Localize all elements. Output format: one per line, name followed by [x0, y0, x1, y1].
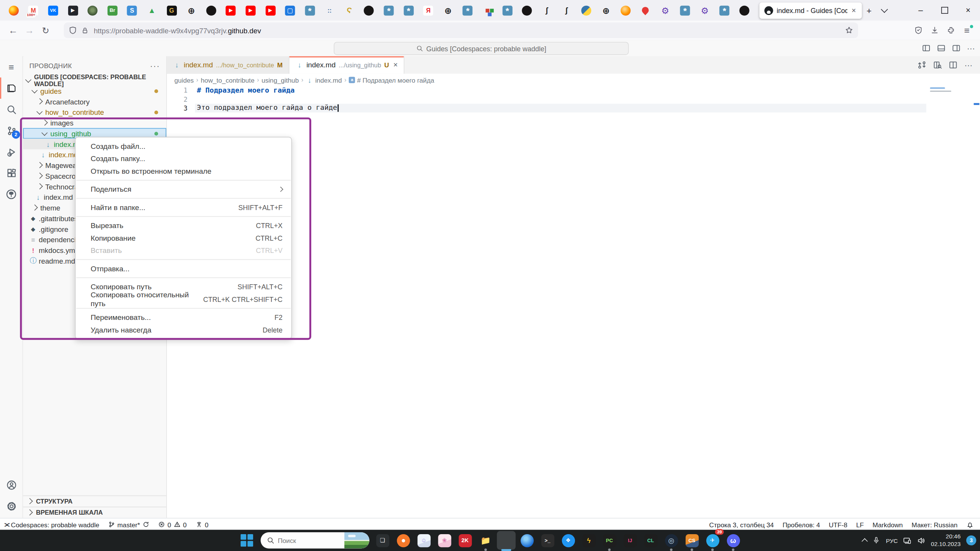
outline-section[interactable]: СТРУКТУРА: [23, 496, 166, 507]
start-button[interactable]: [237, 531, 256, 550]
pinned-tab-globe[interactable]: ⊕: [439, 2, 456, 19]
lock-icon[interactable]: [81, 26, 89, 34]
pinned-tab-github[interactable]: [519, 2, 536, 19]
toggle-sidebar-icon[interactable]: [922, 44, 931, 52]
account-icon[interactable]: [0, 474, 23, 496]
explorer-icon[interactable]: [0, 77, 23, 99]
workspace-root-row[interactable]: GUIDES [CODESPACES: PROBABLE WADDLE]: [23, 75, 166, 86]
back-button[interactable]: ←: [5, 23, 21, 38]
tracking-shield-icon[interactable]: [69, 26, 77, 34]
editor-tab-how_to_contribute[interactable]: ↓ index.md .../how_to_contribute M: [167, 56, 289, 74]
pinned-tab-dotted-wave[interactable]: ::: [321, 2, 338, 19]
speaker-icon[interactable]: [917, 536, 925, 544]
pinned-tab-github[interactable]: [361, 2, 377, 19]
pinned-tab-color-cubes[interactable]: [479, 2, 496, 19]
taskbar-app-blue-chair-app[interactable]: ❖: [559, 531, 578, 550]
tab-list-button[interactable]: [877, 3, 892, 18]
notification-count-badge[interactable]: 3: [966, 535, 976, 545]
active-browser-tab[interactable]: index.md - Guides [Codespac ×: [759, 2, 862, 18]
extensions-icon[interactable]: [0, 162, 23, 184]
menu-item[interactable]: Скопировать относительный путь CTRL+K CT…: [76, 293, 291, 306]
menu-item[interactable]: Копирование CTRL+C: [76, 232, 291, 245]
breadcrumb-item[interactable]: using_github: [261, 76, 299, 83]
breadcrumb-item[interactable]: guides: [175, 76, 194, 83]
minimize-button[interactable]: –: [909, 0, 933, 21]
pinned-tab-spark[interactable]: *: [499, 2, 516, 19]
minimap[interactable]: [928, 86, 961, 518]
notifications-bell-icon[interactable]: [962, 518, 980, 530]
app-menu-icon[interactable]: ≡: [959, 23, 975, 38]
pinned-tab-globe[interactable]: ⊕: [598, 2, 614, 19]
taskbar-app-discord[interactable]: ω: [724, 531, 743, 550]
close-window-button[interactable]: ×: [956, 0, 980, 21]
open-changes-icon[interactable]: [918, 60, 926, 69]
bookmark-star-icon[interactable]: [845, 26, 853, 34]
pinned-tab-gold-hook[interactable]: Ϛ: [341, 2, 358, 19]
run-debug-icon[interactable]: [0, 141, 23, 163]
settings-gear-icon[interactable]: [0, 496, 23, 517]
source-control-icon[interactable]: 2: [0, 120, 23, 141]
new-tab-button[interactable]: +: [862, 3, 877, 18]
menu-item[interactable]: Переименовать... F2: [76, 311, 291, 324]
pinned-tab-vk[interactable]: VK: [45, 2, 62, 19]
pinned-tab-quill[interactable]: ʃ: [558, 2, 575, 19]
menu-item[interactable]: Создать папку...: [76, 152, 291, 165]
sync-icon[interactable]: [142, 521, 149, 528]
pinned-tab-video-player[interactable]: ▶: [64, 2, 81, 19]
pinned-tab-sber[interactable]: S: [124, 2, 140, 19]
pinned-tab-messages[interactable]: ▢: [282, 2, 299, 19]
pinned-tab-purple-gear[interactable]: ⚙: [696, 2, 713, 19]
status-item[interactable]: LF: [852, 521, 868, 528]
pinned-tab-firefox[interactable]: [5, 2, 22, 19]
taskbar-app-game-genshin[interactable]: ☺: [414, 531, 433, 550]
ports-indicator[interactable]: 0: [191, 518, 213, 530]
toggle-secondary-sidebar-icon[interactable]: [952, 44, 961, 52]
git-branch-indicator[interactable]: master*: [104, 518, 154, 530]
remote-indicator[interactable]: >< Codespaces: probable waddle: [0, 518, 104, 530]
pinned-tab-g-black[interactable]: G: [163, 2, 180, 19]
pinned-tab-spark[interactable]: *: [381, 2, 397, 19]
taskbar-app-terminal[interactable]: >_: [538, 531, 557, 550]
status-item[interactable]: Пробелов: 4: [778, 521, 825, 528]
taskbar-app-firefox-beta[interactable]: [518, 531, 536, 550]
menu-hamburger-icon[interactable]: ≡: [0, 56, 23, 78]
breadcrumb-item[interactable]: ↓index.md: [306, 76, 342, 83]
pinned-tab-brackets[interactable]: Br: [104, 2, 121, 19]
restore-button[interactable]: [933, 0, 956, 21]
reload-button[interactable]: ↻: [38, 23, 54, 38]
pinned-tab-purple-gear[interactable]: ⚙: [657, 2, 674, 19]
pinned-tab-youtube[interactable]: ▶: [262, 2, 279, 19]
url-bar[interactable]: https://probable-waddle-w9x4vpg77vq3rjv.…: [64, 23, 858, 38]
clock[interactable]: 20:46 02.10.2023: [931, 533, 961, 548]
pinned-tab-green-emblem[interactable]: [84, 2, 101, 19]
command-center[interactable]: Guides [Codespaces: probable waddle]: [334, 42, 629, 55]
downloads-icon[interactable]: [926, 23, 942, 38]
tree-item-Arcanefactory[interactable]: Arcanefactory: [23, 96, 166, 107]
taskbar-app-csgo[interactable]: CS: [683, 531, 701, 550]
toggle-panel-icon[interactable]: [937, 44, 946, 52]
menu-item[interactable]: Поделиться: [76, 183, 291, 196]
explorer-more-actions[interactable]: ···: [150, 61, 160, 70]
status-item[interactable]: Markdown: [868, 521, 907, 528]
taskbar-app-steam[interactable]: ◎: [662, 531, 681, 550]
timeline-section[interactable]: ВРЕМЕННАЯ ШКАЛА: [23, 507, 166, 518]
status-item[interactable]: Макет: Russian: [907, 521, 962, 528]
taskbar-app-clion[interactable]: CL: [641, 531, 660, 550]
device-cast-icon[interactable]: [903, 536, 911, 544]
search-icon[interactable]: [0, 99, 23, 120]
extensions-puzzle-icon[interactable]: [942, 23, 959, 38]
problems-indicator[interactable]: 0 0: [154, 518, 191, 530]
pinned-tab-orange-blob[interactable]: [617, 2, 634, 19]
taskbar-app-2k[interactable]: 2K: [456, 531, 474, 550]
pinned-tab-gmail[interactable]: M 100+: [25, 2, 42, 19]
github-icon[interactable]: [0, 184, 23, 205]
pinned-tab-globe[interactable]: ⊕: [183, 2, 200, 19]
pinned-tab-youtube[interactable]: ▶: [222, 2, 239, 19]
pinned-tab-spark[interactable]: *: [400, 2, 417, 19]
open-preview-icon[interactable]: [933, 60, 942, 69]
close-tab-icon[interactable]: ×: [394, 60, 398, 69]
taskbar-app-pycharm[interactable]: PC: [600, 531, 619, 550]
pinned-tab-youtube[interactable]: ▶: [242, 2, 259, 19]
breadcrumb-item[interactable]: how_to_contribute: [201, 76, 255, 83]
pinned-tab-github[interactable]: [736, 2, 753, 19]
